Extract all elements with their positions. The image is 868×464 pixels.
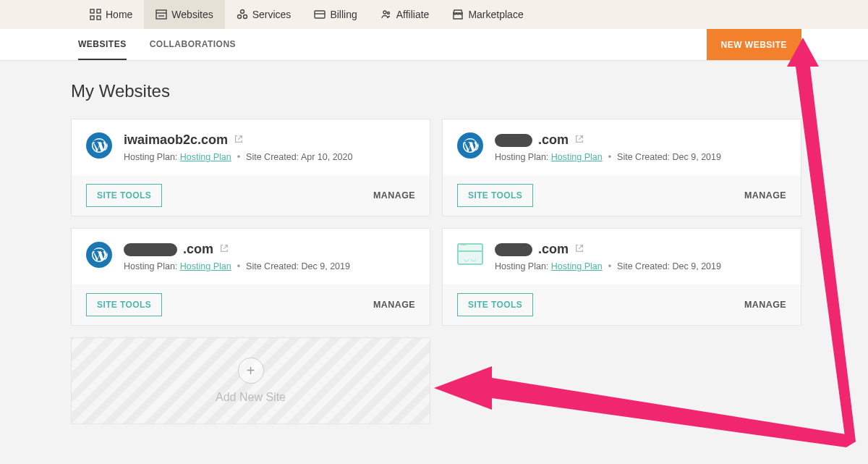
redacted-domain [124,243,177,256]
hosting-plan-link[interactable]: Hosting Plan [551,152,603,162]
sub-tabs: WEBSITES COLLABORATIONS [78,29,707,60]
nav-label: Marketplace [468,9,523,20]
manage-button[interactable]: MANAGE [373,300,415,310]
site-tools-button[interactable]: SITE TOOLS [86,184,162,207]
hosting-plan-link[interactable]: Hosting Plan [180,261,231,271]
nav-label: Home [106,9,132,20]
site-meta: Hosting Plan: Hosting Plan•Site Created:… [124,152,415,162]
top-nav: Home Websites Services Billing Affiliate… [0,0,868,29]
svg-point-8 [237,15,241,19]
manage-button[interactable]: MANAGE [373,190,415,201]
store-icon [452,9,464,20]
plus-icon: + [238,358,264,384]
nav-affiliate[interactable]: Affiliate [369,0,441,29]
svg-rect-3 [97,16,101,20]
nav-home[interactable]: Home [78,0,144,29]
site-meta: Hosting Plan: Hosting Plan•Site Created:… [495,261,786,271]
tab-collaborations[interactable]: COLLABORATIONS [150,29,236,60]
add-new-site-card[interactable]: + Add New Site [71,337,430,424]
external-link-icon[interactable] [234,134,244,147]
svg-rect-0 [90,9,94,13]
svg-point-7 [240,10,244,14]
site-tools-button[interactable]: SITE TOOLS [457,184,533,207]
page-title: My Websites [71,81,801,101]
site-tools-button[interactable]: SITE TOOLS [86,293,162,316]
external-link-icon[interactable] [574,134,584,147]
circles-icon [237,9,248,20]
site-grid: iwaimaob2c.com Hosting Plan: Hosting Pla… [71,119,801,424]
nav-websites[interactable]: Websites [144,0,224,29]
nav-label: Billing [330,9,357,20]
users-icon [380,9,392,20]
external-link-icon[interactable] [219,243,229,256]
external-link-icon[interactable] [574,243,584,256]
site-card: .com Hosting Plan: Hosting Plan•Site Cre… [71,228,430,326]
site-meta: Hosting Plan: Hosting Plan•Site Created:… [124,261,415,271]
domain-suffix: .com [538,242,569,257]
nav-label: Affiliate [396,9,430,20]
site-card: ◡ ◡ .com Hosting Plan: Hosting Plan•Site… [442,228,801,326]
window-icon [156,9,167,20]
tab-websites[interactable]: WEBSITES [78,29,127,60]
svg-point-12 [383,11,386,14]
svg-rect-10 [315,11,325,18]
svg-rect-1 [97,9,101,13]
svg-rect-4 [156,10,166,19]
svg-point-9 [243,15,247,19]
site-tools-button[interactable]: SITE TOOLS [457,293,533,316]
add-label: Add New Site [216,391,286,404]
domain-suffix: .com [183,242,213,257]
redacted-domain [495,243,532,256]
nav-label: Websites [171,9,213,20]
sub-nav: WEBSITES COLLABORATIONS NEW WEBSITE [0,29,868,61]
hosting-plan-link[interactable]: Hosting Plan [180,152,231,162]
nav-label: Services [252,9,292,20]
manage-button[interactable]: MANAGE [744,190,786,201]
redacted-domain [495,134,532,147]
svg-rect-2 [90,16,94,20]
manage-button[interactable]: MANAGE [744,300,786,310]
nav-services[interactable]: Services [225,0,303,29]
site-meta: Hosting Plan: Hosting Plan•Site Created:… [495,152,786,162]
domain-suffix: .com [538,132,569,148]
nav-billing[interactable]: Billing [302,0,368,29]
hosting-plan-link[interactable]: Hosting Plan [551,261,603,271]
content-area: My Websites iwaimaob2c.com [0,61,868,424]
svg-point-13 [387,12,389,14]
card-icon [314,9,326,20]
site-card: .com Hosting Plan: Hosting Plan•Site Cre… [442,119,801,216]
domain-name: iwaimaob2c.com [124,132,228,148]
browser-icon: ◡ ◡ [457,242,483,268]
wordpress-icon [457,132,483,159]
grid-icon [90,9,101,20]
wordpress-icon [86,242,112,268]
new-website-button[interactable]: NEW WEBSITE [707,29,802,60]
nav-marketplace[interactable]: Marketplace [441,0,535,29]
wordpress-icon [86,132,112,159]
site-card: iwaimaob2c.com Hosting Plan: Hosting Pla… [71,119,430,216]
